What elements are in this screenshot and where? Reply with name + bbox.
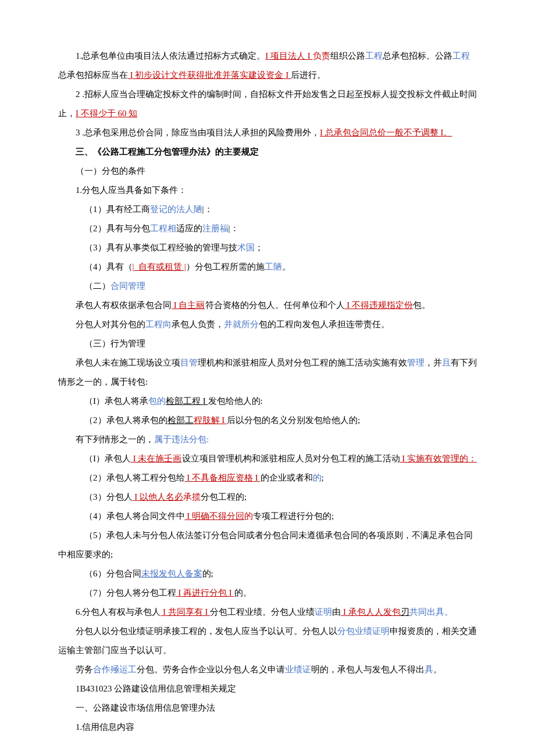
text: （2）承包人将工程分包给 [84, 473, 185, 482]
highlight: I 明确不得分回 [185, 511, 245, 521]
paragraph-25: 1B431023 公路建设信用信息管理相关规定 [58, 679, 477, 698]
text: 工程 [452, 51, 470, 60]
text: 术国 [237, 243, 255, 252]
section-2: （二）合同管理 [58, 277, 477, 296]
text: 适应的 [176, 224, 202, 233]
item-v7: （7）分包人将分包工程 I 再进行分包 I 的。 [58, 583, 477, 603]
highlight: |_自有或租赁 | [133, 262, 186, 271]
text: （I）承包人将承 [84, 396, 148, 406]
text: （6）分包合同 [84, 569, 141, 578]
text: （4）承包人将合同文件中 [84, 511, 185, 521]
text: 负责 [313, 51, 330, 60]
item-v5: （5）承包人未与分包人依法签订分包合同或者分包合同未遵循承包合同的各项原则，不满… [58, 526, 477, 564]
text: 分包工程业绩。分包人业绩 [210, 607, 315, 617]
item-v2: （2）承包人将工程分包给 I 不具备相应资格 I 的企业或者和的; [58, 468, 477, 488]
paragraph-26: 一、公路建设市场信用信息管理办法 [58, 698, 477, 718]
text: 发包给他人的: [208, 396, 263, 406]
text: （二） [84, 281, 110, 291]
text: 合作殛运工 [93, 665, 137, 674]
text: 总承包招标。公路 [383, 51, 452, 60]
text: 包的工程向发包人承担连带责任。 [259, 320, 390, 329]
text: （1）具有经工商 [84, 205, 150, 214]
text: 组织公路 [330, 51, 365, 60]
text: 。 [433, 665, 442, 674]
text: 1.总承包单位由项目法人依法通过招标方式确定。 [76, 51, 265, 60]
highlight: I 不得少于 60 知 [76, 109, 137, 118]
text: 工程 [365, 51, 383, 60]
paragraph-2: 2 .招标人应当合理确定投标文件的编制时间，自招标文件开始发售之日起至投标人提交… [58, 85, 477, 123]
text: （2）具有与分包 [84, 224, 150, 233]
text: 工陋 [265, 262, 282, 271]
highlight: I 以他人名必 [133, 492, 184, 501]
text: 分包人以分包业绩证明承接工程的，发包人应当予以认可。分包人以 [76, 626, 337, 636]
text: |： [202, 205, 213, 214]
text: 设立项目管理机构和派驻相应人员对分包工程的施工活动 [182, 454, 400, 463]
highlight: I 不具备相应资格 I [185, 473, 261, 482]
item-4: （4）具有（|_自有或租赁 |）分包工程所需的施工陋。 [58, 257, 477, 277]
text: 注册福 [202, 224, 229, 233]
paragraph-24: 劳务合作殛运工分包。劳务合作企业以分包人名义申请业绩证明的，承包人与发包人不得出… [58, 660, 477, 679]
heading-3: 三、《公路工程施工分包管理办法》的主要规定 [58, 142, 477, 162]
underline: 检部工程 I [166, 396, 208, 406]
text: （4）具有（ [84, 262, 133, 271]
text: （7）分包人将分包工程 [84, 588, 176, 597]
paragraph-1: 1.总承包单位由项目法人依法通过招标方式确定。I 项目法人 I 负责组织公路工程… [58, 46, 477, 85]
text: 的。 [234, 588, 252, 597]
text: 登记的法人陋 [150, 205, 202, 214]
text: 专项工程进行分包的; [253, 511, 334, 521]
text: 包。 [413, 300, 430, 310]
item-1: （1）具有经工商登记的法人陋|： [58, 200, 477, 219]
text: 业绩证 [285, 665, 311, 674]
item-sub-1: （I）承包人将承包的检部工程 I 发包给他人的: [58, 392, 477, 411]
text: 目管 [180, 358, 198, 367]
text: （2）承包人将承包的 [84, 415, 167, 425]
highlight: 程肢解 I [194, 415, 227, 425]
paragraph-4: 1.分包人应当具备如下条件： [58, 181, 477, 200]
text: 共同出具。 [409, 607, 453, 617]
text: 有下列情形之一的， [76, 435, 154, 444]
text: 工程向 [145, 320, 172, 329]
item-3: （3）具有从事类似工程经验的管理与技术国； [58, 238, 477, 257]
text: 承包人未在施工现场设立项 [76, 358, 180, 367]
highlight: I 不得违规指定份 [345, 300, 413, 310]
highlight: I 自主丽 [172, 300, 205, 310]
text: 。 [282, 262, 291, 271]
item-sub-2: （2）承包人将承包的检部工程肢解 I 后以分包的名义分别发包给他人的; [58, 411, 477, 430]
text: 包的 [148, 396, 166, 406]
paragraph-9: 承包人有权依据承包合同 I 自主丽符合资格的分包人。任何单位和个人 I 不得违规… [58, 296, 477, 315]
text: 理机构和派驻相应人员对分包工程的施工活动实施有效 [198, 358, 407, 367]
highlight: I 承包人人发包 [341, 607, 401, 617]
text: 合同管理 [110, 281, 145, 291]
text: （I）承包人 [84, 454, 131, 463]
text: 且 [442, 358, 451, 367]
item-v6: （6）分包合同未报发包人备案的; [58, 564, 477, 583]
highlight: I 未在施壬画 [131, 454, 182, 463]
highlight: I 总承包合同总价一般不予调整 I。 [320, 128, 452, 137]
paragraph-3: 3 .总承包采用总价合同，除应当由项目法人承担的风险费用外，I 总承包合同总价一… [58, 123, 477, 142]
text: 总承包招标应当在 [58, 70, 128, 80]
text: 后以分包的名义分别发包给他人的; [227, 415, 360, 425]
item-2: （2）具有与分包工程相适应的注册福|： [58, 219, 477, 238]
text: （3）具有从事类似工程经验的管理与技 [84, 243, 237, 252]
text: 分包人对其分包的 [76, 320, 145, 329]
text: 工程相 [150, 224, 176, 233]
text: 分包业绩证明 [337, 626, 390, 636]
paragraph-27: 1.信用信息内容 [58, 718, 477, 737]
paragraph-10: 分包人对其分包的工程向承包人负责，并就所分包的工程向发包人承担连带责任。 [58, 315, 477, 334]
text: 承揽 [183, 492, 201, 501]
highlight: I 再进行分包 I [176, 588, 234, 597]
text: （3）分包人 [84, 492, 133, 501]
highlight: I 共同享有 I [160, 607, 210, 617]
text: 的; [202, 569, 213, 578]
item-v1: （I）承包人 I 未在施壬画设立项目管理机构和派驻相应人员对分包工程的施工活动 … [58, 449, 477, 468]
paragraph-22: 6.分包人有权与承包人 I 共同享有 I 分包工程业绩。分包人业绩证明由 I 承… [58, 603, 477, 622]
section-3: （三）行为管理 [58, 334, 477, 353]
text: ； [255, 243, 263, 252]
text: 的 [244, 511, 253, 521]
highlight: I 实施有效管理的： [400, 454, 477, 463]
text: 由 [332, 607, 341, 617]
text: 属于违法分包: [154, 435, 209, 444]
text: 后进行。 [291, 70, 326, 80]
text: 分包。劳务合作企业以分包人名义申请 [137, 665, 285, 674]
text: |： [229, 224, 239, 233]
